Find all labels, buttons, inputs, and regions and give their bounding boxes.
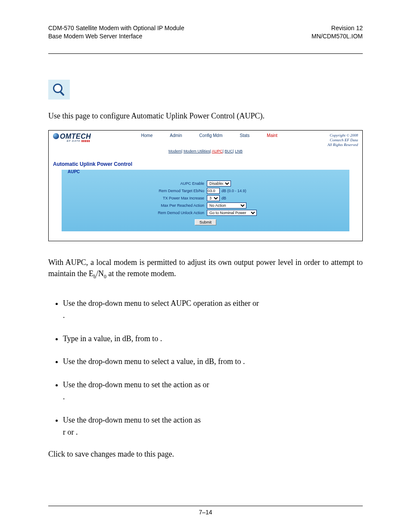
target-hint: dB (0.0 - 14.9) — [221, 189, 246, 193]
subnav-modem[interactable]: Modem — [168, 149, 181, 153]
nav-stats[interactable]: Stats — [240, 133, 250, 138]
enable-label: AUPC Enable — [140, 181, 204, 186]
txmax-select[interactable]: 3 — [207, 195, 220, 201]
body-paragraph: With AUPC, a local modem is permitted to… — [48, 257, 363, 280]
page-header: CDM-570 Satellite Modem with Optional IP… — [48, 24, 363, 40]
nav-config-mdm[interactable]: Config Mdm — [199, 133, 223, 138]
aupc-enable-select[interactable]: Disabled — [207, 180, 231, 187]
aupc-groupbox: AUPC AUPC Enable Disabled Rem Demod Targ… — [62, 170, 349, 231]
header-left-line1: CDM-570 Satellite Modem with Optional IP… — [48, 24, 184, 32]
header-right-line2: MN/CDM570L.IOM — [311, 32, 363, 40]
after-list-line: Click to save changes made to this page. — [48, 450, 363, 459]
bullet-3: Use the drop-down menu to select a value… — [63, 356, 363, 368]
page-footer: 7–14 — [48, 506, 363, 516]
bullet-list: Use the drop-down menu to select AUPC op… — [63, 298, 363, 439]
target-ebno-input[interactable] — [207, 188, 220, 194]
nav-admin[interactable]: Admin — [170, 133, 182, 138]
bullet-5: Use the drop-down menu to set the action… — [63, 414, 363, 439]
bullet-2: Type in a value, in dB, from to . — [63, 333, 363, 345]
intro-text: Use this page to configure Automatic Upl… — [48, 111, 363, 121]
subnav-buc[interactable]: BUC — [225, 149, 233, 153]
header-right-line1: Revision 12 — [311, 24, 363, 32]
subnav-aupc[interactable]: AUPC — [212, 149, 223, 153]
subnav-modem-utils[interactable]: Modem Utilities — [184, 149, 210, 153]
brand-block: OMTECH EF DATA ▮▮▮▮▮. — [53, 133, 91, 142]
nav-maint[interactable]: Maint — [267, 133, 277, 138]
txmax-label: TX Power Max Increase — [140, 196, 204, 200]
nav-home[interactable]: Home — [141, 133, 153, 138]
magnifier-icon — [53, 84, 65, 96]
target-label: Rem Demod Target Eb/No — [140, 189, 204, 193]
sub-nav: Modem| Modem Utilities| AUPC| BUC| LNB — [49, 149, 362, 153]
screenshot-title: Automatic Uplink Power Control — [49, 153, 362, 170]
bullet-1: Use the drop-down menu to select AUPC op… — [63, 298, 363, 322]
unlock-action-select[interactable]: Go to Nominal Power — [207, 210, 257, 216]
main-nav: Home Admin Config Mdm Stats Maint — [91, 133, 327, 138]
header-left-line2: Base Modem Web Server Interface — [48, 32, 184, 40]
group-legend: AUPC — [68, 169, 80, 174]
maxpwr-action-select[interactable]: No Action — [207, 202, 246, 208]
globe-icon — [53, 133, 59, 139]
magnifier-icon-box — [48, 80, 70, 100]
subnav-lnb[interactable]: LNB — [235, 149, 243, 153]
header-rule — [48, 53, 363, 54]
txmax-unit: dB — [221, 196, 226, 200]
copyright-block: Copyright © 2008 Comtech EF Data All Rig… — [327, 133, 358, 148]
bullet-4: Use the drop-down menu to set the action… — [63, 379, 363, 403]
page-number: 7–14 — [48, 509, 363, 516]
maxpwr-label: Max Pwr Reached Action — [140, 203, 204, 208]
unlock-label: Rem Demod Unlock Action — [140, 211, 204, 215]
submit-button[interactable]: Submit — [195, 219, 216, 225]
aupc-screenshot: OMTECH EF DATA ▮▮▮▮▮. Home Admin Config … — [48, 130, 363, 241]
